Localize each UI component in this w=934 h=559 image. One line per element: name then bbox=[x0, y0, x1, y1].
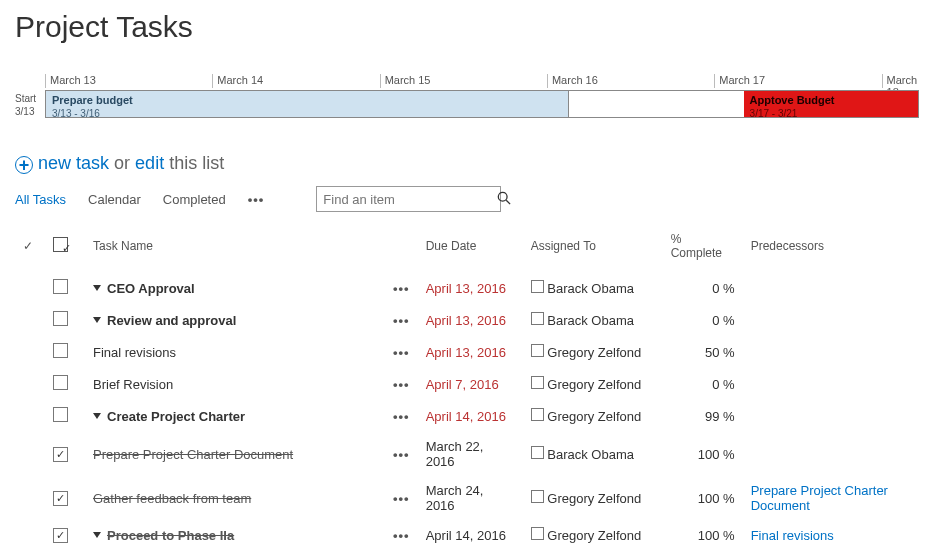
pct-complete-value: 100 % bbox=[663, 432, 743, 476]
col-pct-complete[interactable]: % Complete bbox=[663, 226, 743, 272]
table-row[interactable]: Final revisions•••April 13, 2016 Gregory… bbox=[15, 336, 919, 368]
task-name-label[interactable]: Proceed to Phase IIa bbox=[107, 528, 234, 543]
due-date-value: April 14, 2016 bbox=[418, 520, 523, 550]
new-task-row: + new task or edit this list bbox=[15, 153, 919, 174]
col-complete-header[interactable] bbox=[45, 226, 85, 272]
assigned-to-value[interactable]: Gregory Zelfond bbox=[544, 345, 642, 360]
views-row: All Tasks Calendar Completed ••• bbox=[15, 186, 919, 212]
collapse-icon[interactable] bbox=[93, 413, 101, 419]
pct-complete-value: 50 % bbox=[663, 336, 743, 368]
task-name-label[interactable]: CEO Approval bbox=[107, 281, 195, 296]
row-checkbox[interactable] bbox=[53, 375, 68, 390]
assignee-checkbox[interactable] bbox=[531, 312, 544, 325]
row-more-icon[interactable]: ••• bbox=[385, 272, 418, 304]
page-title: Project Tasks bbox=[15, 10, 919, 44]
assignee-checkbox[interactable] bbox=[531, 376, 544, 389]
pct-complete-value: 0 % bbox=[663, 272, 743, 304]
row-checkbox[interactable] bbox=[53, 407, 68, 422]
timeline-date: March 15 bbox=[380, 74, 547, 88]
row-more-icon[interactable]: ••• bbox=[385, 336, 418, 368]
row-more-icon[interactable]: ••• bbox=[385, 476, 418, 520]
timeline-start-label bbox=[15, 74, 45, 90]
assignee-checkbox[interactable] bbox=[531, 408, 544, 421]
edit-link[interactable]: edit bbox=[135, 153, 164, 173]
more-views-icon[interactable]: ••• bbox=[248, 192, 265, 207]
table-row[interactable]: ✓Prepare Project Charter Document•••Marc… bbox=[15, 432, 919, 476]
pct-complete-value: 100 % bbox=[663, 520, 743, 550]
due-date-value: April 7, 2016 bbox=[418, 368, 523, 400]
collapse-icon[interactable] bbox=[93, 532, 101, 538]
assigned-to-value[interactable]: Barack Obama bbox=[544, 313, 634, 328]
row-more-icon[interactable]: ••• bbox=[385, 304, 418, 336]
search-icon[interactable] bbox=[497, 191, 511, 208]
this-list-label: this list bbox=[169, 153, 224, 173]
predecessor-link[interactable]: Prepare Project Charter Document bbox=[751, 483, 888, 513]
col-due-date[interactable]: Due Date bbox=[418, 226, 523, 272]
task-name-label[interactable]: Prepare Project Charter Document bbox=[93, 447, 293, 462]
row-more-icon[interactable]: ••• bbox=[385, 520, 418, 550]
row-more-icon[interactable]: ••• bbox=[385, 400, 418, 432]
assignee-checkbox[interactable] bbox=[531, 527, 544, 540]
assignee-checkbox[interactable] bbox=[531, 344, 544, 357]
row-more-icon[interactable]: ••• bbox=[385, 432, 418, 476]
row-checkbox[interactable]: ✓ bbox=[53, 447, 68, 462]
row-checkbox[interactable] bbox=[53, 279, 68, 294]
pct-complete-value: 100 % bbox=[663, 476, 743, 520]
or-label: or bbox=[114, 153, 130, 173]
col-predecessors[interactable]: Predecessors bbox=[743, 226, 919, 272]
timeline-bar-approve-budget[interactable]: Apptove Budget 3/17 - 3/21 bbox=[744, 91, 918, 117]
check-icon bbox=[23, 239, 33, 253]
col-task-name[interactable]: Task Name bbox=[85, 226, 385, 272]
svg-point-0 bbox=[499, 192, 508, 201]
task-name-label[interactable]: Gather feedback from team bbox=[93, 491, 251, 506]
assigned-to-value[interactable]: Gregory Zelfond bbox=[544, 409, 642, 424]
row-checkbox[interactable]: ✓ bbox=[53, 491, 68, 506]
new-task-link[interactable]: new task bbox=[38, 153, 109, 173]
assigned-to-value[interactable]: Gregory Zelfond bbox=[544, 528, 642, 543]
row-more-icon[interactable]: ••• bbox=[385, 368, 418, 400]
search-input[interactable] bbox=[317, 189, 497, 210]
timeline-date: March 18 bbox=[882, 74, 919, 88]
collapse-icon[interactable] bbox=[93, 285, 101, 291]
task-name-label[interactable]: Final revisions bbox=[93, 345, 176, 360]
add-icon[interactable]: + bbox=[15, 156, 33, 174]
view-completed[interactable]: Completed bbox=[163, 192, 226, 207]
assigned-to-value[interactable]: Gregory Zelfond bbox=[544, 377, 642, 392]
assigned-to-value[interactable]: Barack Obama bbox=[544, 281, 634, 296]
predecessor-link[interactable]: Final revisions bbox=[751, 528, 834, 543]
row-checkbox[interactable] bbox=[53, 343, 68, 358]
timeline-date: March 14 bbox=[212, 74, 379, 88]
pct-complete-value: 0 % bbox=[663, 304, 743, 336]
due-date-value: March 24, 2016 bbox=[418, 476, 523, 520]
timeline-start-marker: Start 3/13 bbox=[15, 90, 45, 118]
assigned-to-value[interactable]: Barack Obama bbox=[544, 447, 634, 462]
task-table: Task Name Due Date Assigned To % Complet… bbox=[15, 226, 919, 550]
timeline-date: March 16 bbox=[547, 74, 714, 88]
timeline-bar-prepare-budget[interactable]: Prepare budget 3/13 - 3/16 bbox=[46, 91, 569, 117]
task-name-label[interactable]: Create Project Charter bbox=[107, 409, 245, 424]
pct-complete-value: 99 % bbox=[663, 400, 743, 432]
assigned-to-value[interactable]: Gregory Zelfond bbox=[544, 491, 642, 506]
row-checkbox[interactable] bbox=[53, 311, 68, 326]
col-assigned-to[interactable]: Assigned To bbox=[523, 226, 663, 272]
assignee-checkbox[interactable] bbox=[531, 280, 544, 293]
task-name-label[interactable]: Brief Revision bbox=[93, 377, 173, 392]
row-checkbox[interactable]: ✓ bbox=[53, 528, 68, 543]
due-date-value: April 13, 2016 bbox=[418, 272, 523, 304]
table-row[interactable]: Create Project Charter•••April 14, 2016 … bbox=[15, 400, 919, 432]
assignee-checkbox[interactable] bbox=[531, 490, 544, 503]
col-select-header[interactable] bbox=[15, 226, 45, 272]
table-row[interactable]: ✓Proceed to Phase IIa•••April 14, 2016 G… bbox=[15, 520, 919, 550]
view-all-tasks[interactable]: All Tasks bbox=[15, 192, 66, 207]
collapse-icon[interactable] bbox=[93, 317, 101, 323]
assignee-checkbox[interactable] bbox=[531, 446, 544, 459]
table-row[interactable]: ✓Gather feedback from team•••March 24, 2… bbox=[15, 476, 919, 520]
table-row[interactable]: Brief Revision•••April 7, 2016 Gregory Z… bbox=[15, 368, 919, 400]
view-calendar[interactable]: Calendar bbox=[88, 192, 141, 207]
task-name-label[interactable]: Review and approval bbox=[107, 313, 236, 328]
timeline-track[interactable]: Prepare budget 3/13 - 3/16 Apptove Budge… bbox=[45, 90, 919, 118]
timeline-date: March 13 bbox=[45, 74, 212, 88]
table-row[interactable]: Review and approval•••April 13, 2016 Bar… bbox=[15, 304, 919, 336]
table-row[interactable]: CEO Approval•••April 13, 2016 Barack Oba… bbox=[15, 272, 919, 304]
search-box[interactable] bbox=[316, 186, 501, 212]
